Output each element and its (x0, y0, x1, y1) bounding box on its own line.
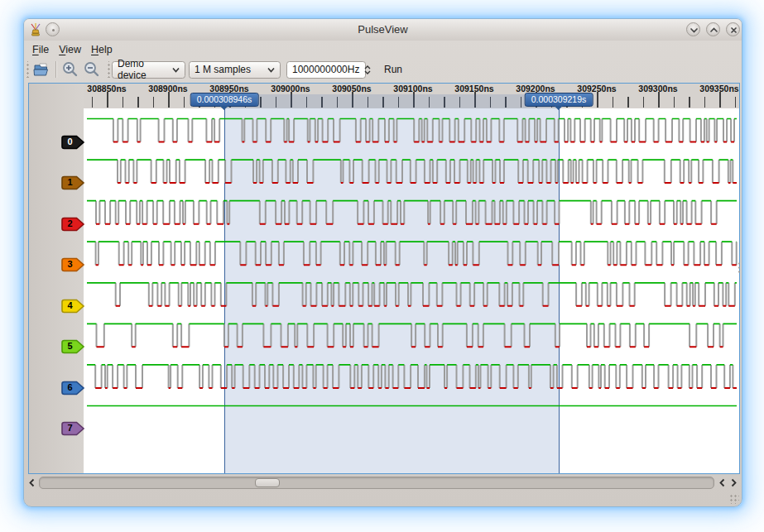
cursor-flag-right[interactable]: 0.000309219s (525, 93, 593, 107)
sample-rate-spinbox[interactable]: 1000000000Hz (286, 61, 366, 79)
sample-count-select[interactable]: 1 M samples (189, 61, 281, 79)
sample-rate-value: 1000000000Hz (292, 64, 359, 75)
device-select[interactable]: Demo device (112, 61, 185, 79)
toolbar-drag-handle[interactable] (25, 61, 30, 78)
device-select-value: Demo device (118, 58, 172, 81)
menubar: FileViewHelp (24, 41, 742, 58)
scrollbar-thumb[interactable] (255, 478, 280, 487)
cursor-flag-left[interactable]: 0.000308946s (190, 93, 259, 107)
spin-up-down-icon[interactable] (364, 65, 371, 74)
waveform-path (96, 242, 737, 265)
chevron-right-icon (730, 478, 738, 487)
run-button[interactable]: Run (377, 60, 409, 79)
sample-count-value: 1 M samples (195, 64, 251, 75)
chevron-down-icon (172, 67, 180, 73)
waveform-path (96, 201, 717, 224)
waveform-path (116, 283, 735, 306)
menu-item-file[interactable]: File (27, 42, 54, 57)
maximize-button[interactable] (706, 22, 720, 36)
menu-item-help[interactable]: Help (86, 42, 118, 57)
chevron-left-icon (28, 478, 36, 487)
chevron-up-icon (709, 26, 718, 35)
channel-label-0[interactable]: 0 (60, 135, 85, 150)
channel-label-5[interactable]: 5 (60, 339, 85, 354)
scroll-right-button[interactable] (728, 477, 739, 489)
close-button[interactable] (726, 22, 740, 36)
zoom-in-icon (61, 60, 79, 79)
close-icon (729, 26, 738, 35)
zoom-out-button[interactable] (81, 60, 103, 79)
zoom-out-icon (83, 60, 101, 79)
toolbar-drag-handle[interactable] (106, 61, 111, 78)
resize-grip-icon[interactable] (729, 494, 739, 504)
waveform-path (118, 160, 733, 183)
toolbar-separator (55, 61, 56, 78)
waveforms-svg (29, 84, 739, 473)
chevron-left-icon (718, 478, 726, 487)
scroll-left-button-2[interactable] (717, 477, 728, 489)
channel-label-4[interactable]: 4 (60, 299, 85, 314)
channel-label-3[interactable]: 3 (60, 257, 85, 272)
waveform-path (95, 365, 733, 388)
open-file-button[interactable] (31, 60, 52, 79)
channel-label-1[interactable]: 1 (60, 175, 85, 190)
horizontal-scrollbar[interactable] (24, 476, 742, 491)
scrollbar-track[interactable] (39, 477, 714, 489)
toolbar: Demo device 1 M samples 1000000000Hz Run (24, 58, 742, 81)
zoom-in-button[interactable] (60, 60, 81, 79)
trace-view[interactable]: 308850ns308900ns308950ns309000ns309050ns… (28, 83, 740, 474)
folder-open-icon (32, 61, 50, 78)
channel-label-2[interactable]: 2 (60, 217, 85, 232)
titlebar[interactable]: PulseView (24, 19, 742, 41)
minimize-button[interactable] (686, 22, 700, 36)
scroll-left-button[interactable] (26, 477, 37, 489)
app-window: PulseView FileViewHelp (23, 18, 742, 507)
waveform-path (113, 119, 734, 142)
channel-label-7[interactable]: 7 (60, 421, 85, 436)
waveform-path (97, 324, 723, 347)
window-title: PulseView (24, 23, 742, 36)
chevron-down-icon (267, 67, 275, 73)
chevron-down-icon (690, 26, 699, 35)
channel-label-6[interactable]: 6 (60, 381, 85, 395)
menu-item-view[interactable]: View (54, 42, 86, 57)
